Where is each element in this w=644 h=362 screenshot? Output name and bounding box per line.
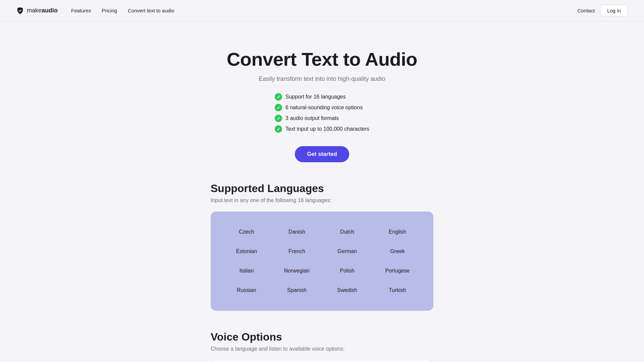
language-danish: Danish — [272, 222, 322, 242]
languages-subtitle: Input text in any one of the following 1… — [211, 197, 433, 203]
feature-label-1: Support for 16 languages — [285, 94, 346, 100]
language-french: French — [272, 242, 322, 261]
get-started-button[interactable]: Get started — [295, 146, 349, 162]
nav-item-features[interactable]: Features — [71, 8, 91, 14]
logo-text: makeaudio — [27, 7, 58, 14]
language-estonian: Estonian — [221, 242, 272, 261]
hero-title: Convert Text to Audio — [16, 48, 628, 70]
voice-options-title: Voice Options — [211, 331, 433, 343]
feature-item-2: 6 natural-sounding voice options — [275, 104, 363, 111]
logo-icon — [16, 7, 24, 15]
language-greek: Greek — [372, 242, 423, 261]
nav-item-convert[interactable]: Convert text to audio — [128, 8, 174, 14]
nav-link-features[interactable]: Features — [71, 8, 91, 13]
language-german: German — [322, 242, 372, 261]
feature-item-3: 3 audio output formats — [275, 115, 339, 122]
language-english: English — [372, 222, 423, 242]
languages-title: Supported Languages — [211, 182, 433, 195]
voice-options-section: Voice Options Choose a language and list… — [195, 331, 449, 362]
language-turkish: Turkish — [372, 281, 423, 300]
nav-link-pricing[interactable]: Pricing — [102, 8, 117, 13]
feature-label-2: 6 natural-sounding voice options — [285, 105, 363, 111]
feature-label-3: 3 audio output formats — [285, 115, 339, 121]
language-italian: Italian — [221, 261, 272, 281]
hero-subtitle: Easily transform text into into high-qua… — [16, 75, 628, 82]
check-icon-3 — [275, 115, 282, 122]
language-russian: Russian — [221, 281, 272, 300]
voice-options-subtitle: Choose a language and listen to availabl… — [211, 346, 433, 352]
login-button[interactable]: Log in — [600, 5, 628, 16]
nav-right: Contact Log in — [577, 5, 628, 16]
contact-link[interactable]: Contact — [577, 8, 595, 13]
voice-box: English Czech Danish Dutch Estonian Fren… — [211, 360, 433, 362]
languages-section: Supported Languages Input text in any on… — [195, 182, 449, 331]
language-spanish: Spanish — [272, 281, 322, 300]
check-icon-2 — [275, 104, 282, 111]
nav-link-convert[interactable]: Convert text to audio — [128, 8, 174, 13]
nav-item-pricing[interactable]: Pricing — [102, 8, 117, 14]
feature-label-4: Text input up to 100,000 characters — [285, 126, 369, 132]
navbar: makeaudio Features Pricing Convert text … — [0, 0, 644, 21]
language-dutch: Dutch — [322, 222, 372, 242]
languages-grid: Czech Danish Dutch English Estonian Fren… — [211, 212, 433, 311]
feature-item-4: Text input up to 100,000 characters — [275, 125, 369, 133]
language-portugese: Portugese — [372, 261, 423, 281]
check-icon-1 — [275, 93, 282, 101]
language-swedish: Swedish — [322, 281, 372, 300]
check-icon-4 — [275, 125, 282, 133]
hero-section: Convert Text to Audio Easily transform t… — [0, 21, 644, 182]
logo[interactable]: makeaudio — [16, 7, 58, 15]
nav-left: makeaudio Features Pricing Convert text … — [16, 7, 174, 15]
language-norwegian: Norwegian — [272, 261, 322, 281]
nav-links: Features Pricing Convert text to audio — [71, 8, 174, 14]
feature-item-1: Support for 16 languages — [275, 93, 346, 101]
features-list: Support for 16 languages 6 natural-sound… — [275, 93, 369, 133]
language-polish: Polish — [322, 261, 372, 281]
language-czech: Czech — [221, 222, 272, 242]
